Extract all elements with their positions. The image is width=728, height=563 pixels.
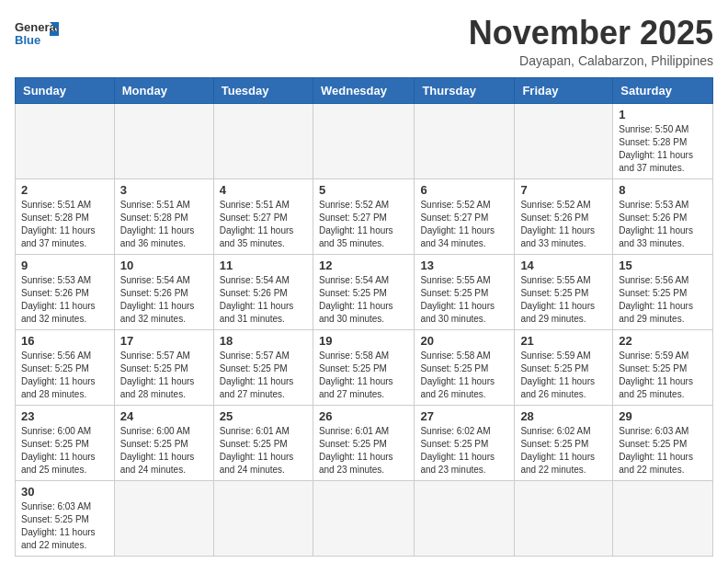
day-number: 14 bbox=[520, 259, 607, 272]
day-info: Sunrise: 6:02 AM Sunset: 5:25 PM Dayligh… bbox=[420, 425, 508, 477]
calendar-day-cell bbox=[515, 480, 613, 556]
calendar-day-cell: 22Sunrise: 5:59 AM Sunset: 5:25 PM Dayli… bbox=[613, 329, 713, 405]
calendar-day-cell: 3Sunrise: 5:51 AM Sunset: 5:28 PM Daylig… bbox=[114, 178, 213, 254]
logo: General Blue bbox=[15, 15, 59, 52]
day-number: 8 bbox=[619, 183, 707, 197]
svg-rect-3 bbox=[50, 31, 59, 36]
calendar-day-cell bbox=[114, 480, 213, 556]
calendar-day-cell bbox=[114, 103, 213, 178]
day-info: Sunrise: 6:01 AM Sunset: 5:25 PM Dayligh… bbox=[220, 425, 307, 477]
day-number: 19 bbox=[319, 334, 408, 348]
day-info: Sunrise: 5:51 AM Sunset: 5:28 PM Dayligh… bbox=[120, 199, 208, 250]
month-title: November 2025 bbox=[469, 15, 713, 52]
calendar-day-cell: 27Sunrise: 6:02 AM Sunset: 5:25 PM Dayli… bbox=[415, 405, 515, 480]
calendar-day-cell: 5Sunrise: 5:52 AM Sunset: 5:27 PM Daylig… bbox=[313, 178, 414, 254]
day-number: 10 bbox=[120, 259, 208, 272]
day-number: 25 bbox=[220, 409, 307, 423]
day-number: 27 bbox=[420, 409, 508, 423]
calendar-day-cell bbox=[415, 103, 515, 178]
day-number: 29 bbox=[619, 409, 707, 423]
calendar-day-cell: 30Sunrise: 6:03 AM Sunset: 5:25 PM Dayli… bbox=[16, 480, 115, 556]
day-number: 1 bbox=[619, 108, 707, 121]
header: General Blue November 2025 Dayapan, Cala… bbox=[15, 15, 713, 68]
day-info: Sunrise: 5:55 AM Sunset: 5:25 PM Dayligh… bbox=[420, 274, 508, 326]
day-info: Sunrise: 5:52 AM Sunset: 5:27 PM Dayligh… bbox=[420, 199, 508, 250]
day-number: 16 bbox=[21, 334, 108, 348]
day-number: 4 bbox=[220, 183, 307, 197]
calendar-day-cell: 4Sunrise: 5:51 AM Sunset: 5:27 PM Daylig… bbox=[213, 178, 313, 254]
calendar-day-cell bbox=[313, 103, 414, 178]
day-number: 2 bbox=[21, 183, 108, 197]
day-number: 9 bbox=[21, 259, 108, 272]
calendar-day-cell: 9Sunrise: 5:53 AM Sunset: 5:26 PM Daylig… bbox=[16, 254, 115, 329]
day-number: 28 bbox=[520, 409, 607, 423]
day-info: Sunrise: 6:02 AM Sunset: 5:25 PM Dayligh… bbox=[520, 425, 607, 477]
calendar-day-cell: 2Sunrise: 5:51 AM Sunset: 5:28 PM Daylig… bbox=[16, 178, 115, 254]
calendar-day-cell: 29Sunrise: 6:03 AM Sunset: 5:25 PM Dayli… bbox=[613, 405, 713, 480]
day-info: Sunrise: 5:51 AM Sunset: 5:28 PM Dayligh… bbox=[21, 199, 108, 250]
calendar-day-cell: 8Sunrise: 5:53 AM Sunset: 5:26 PM Daylig… bbox=[613, 178, 713, 254]
calendar-day-cell bbox=[313, 480, 414, 556]
day-info: Sunrise: 5:52 AM Sunset: 5:26 PM Dayligh… bbox=[520, 199, 607, 250]
calendar-day-cell: 24Sunrise: 6:00 AM Sunset: 5:25 PM Dayli… bbox=[114, 405, 213, 480]
day-info: Sunrise: 5:56 AM Sunset: 5:25 PM Dayligh… bbox=[21, 350, 108, 401]
calendar-week-row: 1Sunrise: 5:50 AM Sunset: 5:28 PM Daylig… bbox=[16, 103, 713, 178]
logo-icon: General Blue bbox=[15, 15, 59, 52]
day-number: 21 bbox=[520, 334, 607, 348]
day-number: 15 bbox=[619, 259, 707, 272]
calendar-day-cell: 18Sunrise: 5:57 AM Sunset: 5:25 PM Dayli… bbox=[213, 329, 313, 405]
weekday-header-wednesday: Wednesday bbox=[313, 77, 414, 103]
day-info: Sunrise: 6:00 AM Sunset: 5:25 PM Dayligh… bbox=[21, 425, 108, 477]
day-info: Sunrise: 5:56 AM Sunset: 5:25 PM Dayligh… bbox=[619, 274, 707, 326]
day-number: 26 bbox=[319, 409, 408, 423]
calendar-day-cell: 12Sunrise: 5:54 AM Sunset: 5:25 PM Dayli… bbox=[313, 254, 414, 329]
day-info: Sunrise: 5:59 AM Sunset: 5:25 PM Dayligh… bbox=[619, 350, 707, 401]
calendar-day-cell: 26Sunrise: 6:01 AM Sunset: 5:25 PM Dayli… bbox=[313, 405, 414, 480]
calendar-day-cell: 20Sunrise: 5:58 AM Sunset: 5:25 PM Dayli… bbox=[415, 329, 515, 405]
day-info: Sunrise: 5:53 AM Sunset: 5:26 PM Dayligh… bbox=[21, 274, 108, 326]
day-number: 6 bbox=[420, 183, 508, 197]
day-info: Sunrise: 5:53 AM Sunset: 5:26 PM Dayligh… bbox=[619, 199, 707, 250]
weekday-header-row: SundayMondayTuesdayWednesdayThursdayFrid… bbox=[16, 77, 713, 103]
day-info: Sunrise: 5:54 AM Sunset: 5:26 PM Dayligh… bbox=[220, 274, 307, 326]
day-number: 11 bbox=[220, 259, 307, 272]
weekday-header-tuesday: Tuesday bbox=[213, 77, 313, 103]
day-info: Sunrise: 5:57 AM Sunset: 5:25 PM Dayligh… bbox=[120, 350, 208, 401]
day-number: 22 bbox=[619, 334, 707, 348]
calendar-day-cell: 11Sunrise: 5:54 AM Sunset: 5:26 PM Dayli… bbox=[213, 254, 313, 329]
day-number: 17 bbox=[120, 334, 208, 348]
weekday-header-friday: Friday bbox=[515, 77, 613, 103]
calendar-week-row: 23Sunrise: 6:00 AM Sunset: 5:25 PM Dayli… bbox=[16, 405, 713, 480]
weekday-header-monday: Monday bbox=[114, 77, 213, 103]
calendar-day-cell: 16Sunrise: 5:56 AM Sunset: 5:25 PM Dayli… bbox=[16, 329, 115, 405]
location-subtitle: Dayapan, Calabarzon, Philippines bbox=[469, 53, 713, 68]
day-number: 13 bbox=[420, 259, 508, 272]
day-number: 20 bbox=[420, 334, 508, 348]
calendar-week-row: 30Sunrise: 6:03 AM Sunset: 5:25 PM Dayli… bbox=[16, 480, 713, 556]
day-number: 3 bbox=[120, 183, 208, 197]
calendar-day-cell: 15Sunrise: 5:56 AM Sunset: 5:25 PM Dayli… bbox=[613, 254, 713, 329]
calendar-day-cell bbox=[515, 103, 613, 178]
calendar-day-cell: 19Sunrise: 5:58 AM Sunset: 5:25 PM Dayli… bbox=[313, 329, 414, 405]
weekday-header-saturday: Saturday bbox=[613, 77, 713, 103]
day-info: Sunrise: 5:58 AM Sunset: 5:25 PM Dayligh… bbox=[420, 350, 508, 401]
calendar-day-cell: 23Sunrise: 6:00 AM Sunset: 5:25 PM Dayli… bbox=[16, 405, 115, 480]
day-number: 12 bbox=[319, 259, 408, 272]
day-info: Sunrise: 5:54 AM Sunset: 5:25 PM Dayligh… bbox=[319, 274, 408, 326]
calendar-day-cell bbox=[213, 103, 313, 178]
calendar-table: SundayMondayTuesdayWednesdayThursdayFrid… bbox=[15, 77, 713, 557]
day-info: Sunrise: 5:57 AM Sunset: 5:25 PM Dayligh… bbox=[220, 350, 307, 401]
calendar-day-cell: 10Sunrise: 5:54 AM Sunset: 5:26 PM Dayli… bbox=[114, 254, 213, 329]
day-info: Sunrise: 6:03 AM Sunset: 5:25 PM Dayligh… bbox=[21, 500, 108, 552]
weekday-header-sunday: Sunday bbox=[16, 77, 115, 103]
day-number: 18 bbox=[220, 334, 307, 348]
day-info: Sunrise: 5:59 AM Sunset: 5:25 PM Dayligh… bbox=[520, 350, 607, 401]
calendar-day-cell: 13Sunrise: 5:55 AM Sunset: 5:25 PM Dayli… bbox=[415, 254, 515, 329]
calendar-day-cell bbox=[415, 480, 515, 556]
svg-text:Blue: Blue bbox=[15, 33, 40, 47]
calendar-day-cell: 7Sunrise: 5:52 AM Sunset: 5:26 PM Daylig… bbox=[515, 178, 613, 254]
calendar-day-cell: 14Sunrise: 5:55 AM Sunset: 5:25 PM Dayli… bbox=[515, 254, 613, 329]
day-number: 30 bbox=[21, 485, 108, 499]
day-number: 7 bbox=[520, 183, 607, 197]
calendar-day-cell bbox=[613, 480, 713, 556]
